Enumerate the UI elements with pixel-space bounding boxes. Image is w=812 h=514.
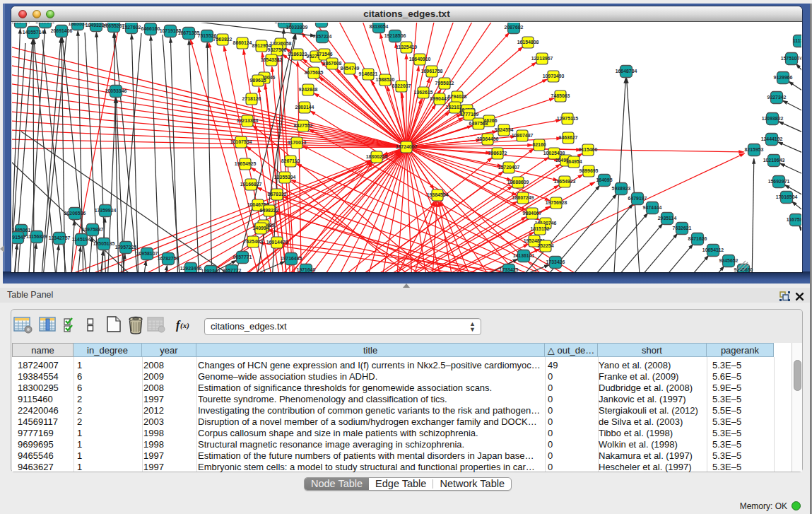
svg-text:3675685: 3675685 [305,70,324,75]
svg-text:164954: 164954 [566,159,582,164]
svg-text:2803144: 2803144 [295,105,314,110]
svg-text:12975115: 12975115 [557,116,578,121]
svg-text:8427552: 8427552 [294,123,313,128]
svg-text:(x): (x) [180,321,189,330]
svg-text:20206536: 20206536 [64,211,86,216]
svg-text:7563822: 7563822 [213,37,233,42]
svg-text:14055714: 14055714 [23,30,45,35]
svg-text:1527602: 1527602 [122,25,141,30]
svg-text:15751074: 15751074 [781,56,801,61]
svg-text:7632621: 7632621 [673,226,692,230]
svg-text:8660124: 8660124 [233,40,252,45]
svg-text:1733426: 1733426 [546,259,565,264]
svg-text:19166827: 19166827 [240,182,262,187]
svg-text:9884067: 9884067 [523,211,542,216]
svg-text:4170013: 4170013 [288,140,307,145]
svg-text:9227342: 9227342 [767,95,787,100]
svg-text:10210643: 10210643 [763,158,785,163]
svg-text:6497568: 6497568 [469,121,488,126]
svg-text:1145194: 1145194 [72,237,91,242]
svg-text:2087682: 2087682 [505,25,524,30]
svg-text:20053346: 20053346 [105,88,127,93]
svg-text:7986372: 7986372 [488,151,507,156]
svg-text:10807487: 10807487 [512,133,534,138]
svg-text:16033809: 16033809 [286,25,308,30]
svg-text:10688609: 10688609 [507,180,529,185]
svg-text:1362615: 1362615 [414,90,433,95]
svg-text:19716485: 19716485 [281,256,302,261]
svg-text:9245652: 9245652 [719,258,739,263]
svg-text:11156829: 11156829 [26,234,47,239]
svg-text:8813054: 8813054 [370,24,389,29]
svg-text:7625402: 7625402 [244,239,263,244]
svg-text:1615152: 1615152 [531,226,550,231]
svg-text:19218506: 19218506 [384,33,406,38]
svg-text:18640910: 18640910 [409,57,431,62]
svg-text:17957225: 17957225 [115,245,137,250]
svg-text:9657771: 9657771 [233,255,252,259]
svg-text:8322037: 8322037 [392,83,411,88]
svg-text:9657772: 9657772 [223,268,242,272]
svg-text:7485063: 7485063 [551,93,570,98]
svg-text:16961758: 16961758 [421,69,443,74]
svg-text:15720407: 15720407 [498,165,520,170]
svg-text:1971640: 1971640 [297,267,316,272]
svg-text:8215953: 8215953 [745,147,764,152]
svg-text:7955812: 7955812 [435,81,454,86]
svg-text:1292340: 1292340 [201,269,220,272]
svg-text:14136141: 14136141 [513,253,535,258]
svg-text:11172: 11172 [793,38,801,43]
svg-text:9146821: 9146821 [359,71,378,76]
svg-text:10107534: 10107534 [230,139,252,144]
svg-text:8498222: 8498222 [260,208,279,213]
svg-text:2935114: 2935114 [658,216,677,221]
svg-text:5938923: 5938923 [612,186,631,191]
svg-text:9327500: 9327500 [268,47,287,52]
svg-text:20691406: 20691406 [51,28,73,33]
svg-text:9242848: 9242848 [299,87,318,92]
svg-text:8817054: 8817054 [312,23,331,23]
svg-text:15692971: 15692971 [768,179,790,184]
svg-text:252254: 252254 [538,243,554,248]
svg-text:989615: 989615 [250,78,266,83]
svg-text:20364436: 20364436 [477,136,499,141]
svg-text:16782759: 16782759 [158,256,180,261]
svg-text:12923446: 12923446 [180,266,202,271]
svg-text:9899695: 9899695 [579,168,599,173]
svg-text:1865537: 1865537 [69,23,88,26]
svg-text:16543382: 16543382 [261,57,283,62]
svg-text:9129966: 9129966 [774,75,793,80]
svg-text:2867608: 2867608 [323,61,342,66]
svg-text:3824554: 3824554 [495,127,514,132]
svg-text:12342757: 12342757 [49,235,71,240]
svg-text:10654112: 10654112 [702,247,724,252]
svg-text:8678332: 8678332 [268,192,287,197]
svg-text:16914479: 16914479 [266,240,288,245]
svg-text:10975887: 10975887 [82,227,104,232]
svg-text:11325419: 11325419 [396,45,417,49]
svg-text:62160: 62160 [532,142,546,147]
svg-text:17016504: 17016504 [776,194,798,199]
svg-text:9474444: 9474444 [643,205,662,210]
svg-text:8471626: 8471626 [688,236,707,241]
svg-text:8267110: 8267110 [281,158,300,163]
svg-text:19654925: 19654925 [235,161,257,166]
svg-text:164095: 164095 [596,177,613,182]
svg-text:16671355: 16671355 [178,30,200,35]
svg-text:10958107: 10958107 [136,251,158,256]
svg-text:1167533: 1167533 [787,217,801,222]
svg-text:8186323: 8186323 [288,52,307,57]
svg-text:19384554: 19384554 [427,192,449,197]
svg-text:9463627: 9463627 [559,135,578,140]
svg-text:140994: 140994 [253,226,269,230]
svg-text:12355394: 12355394 [274,175,296,180]
svg-text:18300215: 18300215 [366,154,388,159]
svg-text:391547: 391547 [12,235,26,240]
svg-text:17359924: 17359924 [95,208,117,213]
svg-text:1733425: 1733425 [500,267,519,272]
svg-text:2069140: 2069140 [36,23,55,24]
svg-text:18724007: 18724007 [396,144,418,149]
svg-text:1588520: 1588520 [376,77,395,82]
svg-text:9115460: 9115460 [579,147,598,152]
svg-text:12093822: 12093822 [762,116,784,121]
